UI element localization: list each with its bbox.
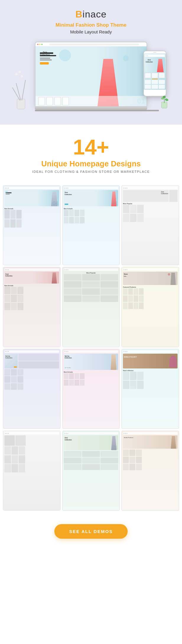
numbers-section: 14+ Unique Homepage Designs IDEAL FOR CL… — [0, 125, 182, 179]
header-section: Binace Minimal Fashion Shop Theme Mobile… — [0, 0, 182, 125]
logo-rest: inace — [82, 9, 107, 20]
demo-item-3[interactable]: ZaraCollection Most Popular — [121, 185, 179, 265]
demo-item-9[interactable]: SWEATSHIRT New in Women — [121, 349, 179, 429]
demo-item-12[interactable]: Similar Products — [121, 431, 179, 511]
hero-mockup-container: ZaraCollection 01 — [11, 42, 171, 113]
logo-b: B — [75, 9, 82, 20]
plant-decoration-right — [159, 92, 170, 108]
laptop-mockup: ZaraCollection 01 — [35, 42, 147, 111]
plant-decoration-left — [13, 71, 29, 109]
cta-section: SEE ALL DEMOS — [0, 517, 182, 550]
demo-grid: 04 New Arrivals — [3, 185, 179, 511]
demo-item-1[interactable]: 04 New Arrivals — [3, 185, 61, 265]
brand-logo: Binace — [6, 9, 176, 20]
count-number: 14+ — [6, 136, 176, 158]
demo-item-6[interactable]: NewsLo... Featured Products — [121, 267, 179, 347]
demo-item-10[interactable] — [3, 431, 61, 511]
demo-item-5[interactable]: Most Popular — [62, 267, 120, 347]
unique-title: Unique Homepage Designs — [6, 159, 176, 168]
demo-item-4[interactable]: CoatCollection New Arrivals — [3, 267, 61, 347]
demo-item-11[interactable]: ZaraCollection 01 — [62, 431, 120, 511]
mobile-mockup: ZaraCollection — [143, 51, 166, 96]
demo-item-8[interactable]: SpringCollection UP TO 50% Best Arrivals — [62, 349, 120, 429]
demo-grid-section: 04 New Arrivals — [0, 179, 182, 517]
tagline-1: Minimal Fashion Shop Theme — [6, 22, 176, 28]
demo-item-2[interactable]: ZaraCollection 01 New Arrivals — [62, 185, 120, 265]
tagline-2: Mobile Layout Ready — [6, 29, 176, 34]
demo-item-7[interactable]: SpringCollection — [3, 349, 61, 429]
ideal-subtitle: IDEAL FOR CLOTHING & FASHION STORE OR MA… — [6, 170, 176, 173]
see-all-demos-button[interactable]: SEE ALL DEMOS — [54, 524, 128, 539]
